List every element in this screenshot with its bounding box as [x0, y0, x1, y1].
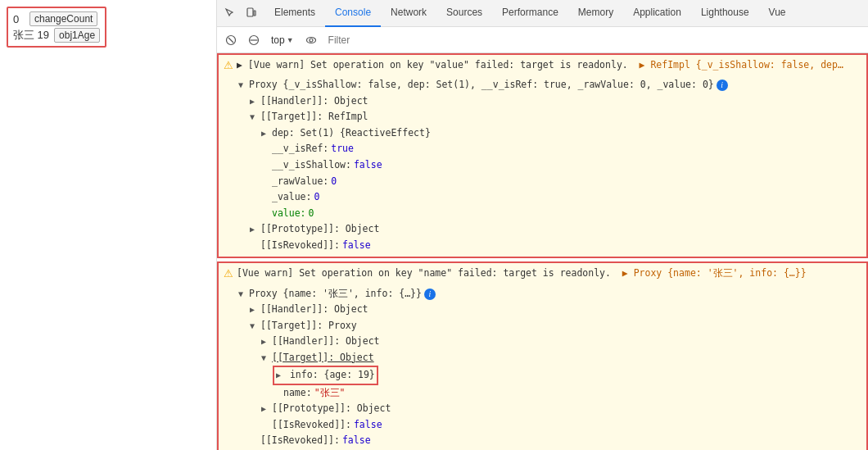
proxy2-label: Proxy {name: '张三', info: {…}}	[249, 286, 422, 302]
device-icon[interactable]	[242, 3, 261, 23]
tree-isshallow-row: __v_isShallow: false	[238, 157, 866, 174]
info-highlight-box: info: {age: 19}	[273, 366, 378, 385]
tree2-isrev2-row: [[IsRevoked]]: false	[238, 433, 866, 449]
handler2-key: [[Handler]]: Object	[260, 302, 368, 318]
expand2-proxy[interactable]	[238, 287, 246, 301]
tree-target-row: [[Target]]: RefImpl	[238, 109, 866, 125]
warn1-tree: Proxy {_v_isShallow: false, dep: Set(1),…	[219, 75, 866, 257]
count-display: 0	[13, 13, 25, 25]
warn-text-2: [Vue warn] Set operation on key "name" f…	[237, 266, 807, 280]
name-display: 张三 19	[13, 28, 49, 43]
count-row: 0 changeCount	[13, 11, 100, 26]
proto2-key: [[Prototype]]: Object	[272, 401, 391, 417]
expand2-handler2[interactable]	[261, 334, 269, 348]
isrev2a-key: [[IsRevoked]]:	[272, 417, 351, 434]
devtools-panel: Elements Console Network Sources Perform…	[217, 0, 868, 450]
target-key: [[Target]]: RefImpl	[260, 109, 368, 125]
tree2-target1-row: [[Target]]: Proxy	[238, 318, 866, 334]
proto1-key: [[Prototype]]: Object	[260, 221, 379, 238]
tab-memory[interactable]: Memory	[568, 0, 623, 27]
clear-console-icon[interactable]	[222, 31, 240, 49]
expand-proto1[interactable]	[250, 222, 258, 236]
obj1age-button[interactable]: obj1Age	[54, 28, 100, 43]
warn-block-2: ⚠ [Vue warn] Set operation on key "name"…	[217, 261, 868, 450]
warn-header-2: ⚠ [Vue warn] Set operation on key "name"…	[219, 263, 866, 284]
tab-vue[interactable]: Vue	[759, 0, 796, 27]
isref-key: __v_isRef:	[272, 141, 328, 157]
valuep-val: 0	[314, 189, 319, 206]
tree2-info-row: info: {age: 19}	[238, 366, 866, 385]
tree-proto1-row: [[Prototype]]: Object	[238, 221, 866, 238]
expand2-info[interactable]	[276, 368, 284, 382]
name2-key: name:	[283, 385, 312, 402]
info-icon-2[interactable]: i	[424, 289, 436, 300]
tab-console[interactable]: Console	[325, 0, 381, 27]
info-key: info: {age: 19}	[290, 369, 375, 380]
eye-icon[interactable]	[302, 31, 320, 49]
tree2-handler1-row: [[Handler]]: Object	[238, 302, 866, 318]
expand-target[interactable]	[250, 110, 258, 124]
isref-val: true	[331, 141, 354, 157]
name-row: 张三 19 obj1Age	[13, 28, 100, 43]
warn-icon-1: ⚠	[224, 59, 233, 71]
tree-dep-row: dep: Set(1) {ReactiveEffect}	[238, 125, 866, 142]
console-toolbar: top ▼	[217, 27, 868, 53]
value-val: 0	[309, 206, 314, 222]
proxy-label: Proxy {_v_isShallow: false, dep: Set(1),…	[249, 77, 714, 93]
context-selector[interactable]: top ▼	[268, 33, 297, 48]
tree-rawvalue-row: _rawValue: 0	[238, 174, 866, 190]
isrev2a-val: false	[354, 417, 382, 434]
warn2-tree: Proxy {name: '张三', info: {…}} i [[Handle…	[219, 284, 866, 450]
tree-isrev1-row: [[IsRevoked]]: false	[238, 238, 866, 254]
tab-performance[interactable]: Performance	[492, 0, 568, 27]
tree2-name-row: name: "张三"	[238, 385, 866, 402]
change-count-button[interactable]: changeCount	[29, 11, 97, 26]
block-icon[interactable]	[245, 31, 263, 49]
context-dropdown-arrow: ▼	[287, 36, 294, 44]
tab-sources[interactable]: Sources	[436, 0, 492, 27]
value-key: value:	[272, 206, 306, 222]
expand2-handler1[interactable]	[250, 302, 258, 316]
name2-val: "张三"	[314, 385, 346, 402]
tab-network[interactable]: Network	[381, 0, 436, 27]
devtools-tab-bar: Elements Console Network Sources Perform…	[217, 0, 868, 27]
tree-valuep-row: _value: 0	[238, 189, 866, 206]
inspect-icon[interactable]	[220, 3, 240, 23]
handler-key: [[Handler]]: Object	[260, 93, 368, 110]
svg-point-7	[310, 39, 313, 42]
context-label: top	[271, 34, 285, 46]
tree-isref-row: __v_isRef: true	[238, 141, 866, 157]
tab-elements[interactable]: Elements	[264, 0, 325, 27]
tree2-isrev1-row: [[IsRevoked]]: false	[238, 417, 866, 434]
expand-dep[interactable]	[261, 126, 269, 140]
svg-line-3	[228, 38, 233, 43]
target2-key: [[Target]]: Proxy	[260, 318, 357, 334]
target2b-key: [[Target]]: Object	[272, 350, 374, 366]
warn-icon-2: ⚠	[224, 267, 233, 280]
tab-lighthouse[interactable]: Lighthouse	[691, 0, 759, 27]
console-output[interactable]: ⚠ ▶ [Vue warn] Set operation on key "val…	[217, 53, 868, 450]
svg-rect-1	[254, 11, 255, 16]
tree2-target2-row: [[Target]]: Object	[238, 350, 866, 366]
info-icon-1[interactable]: i	[717, 80, 728, 91]
svg-rect-0	[247, 8, 253, 16]
tab-application[interactable]: Application	[623, 0, 691, 27]
tree2-handler2-row: [[Handler]]: Object	[238, 334, 866, 350]
expand-handler[interactable]	[250, 94, 258, 108]
app-box: 0 changeCount 张三 19 obj1Age	[7, 7, 106, 48]
expand2-target2[interactable]	[261, 351, 269, 365]
filter-input[interactable]	[325, 33, 863, 48]
isrev1-val: false	[342, 238, 371, 254]
expand-proxy[interactable]	[238, 78, 246, 92]
isshallow-val: false	[354, 157, 382, 174]
dep-key: dep: Set(1) {ReactiveEffect}	[272, 125, 431, 142]
left-panel: 0 changeCount 张三 19 obj1Age	[0, 0, 217, 450]
expand2-proto2[interactable]	[261, 402, 269, 416]
expand2-target1[interactable]	[250, 319, 258, 333]
valuep-key: _value:	[272, 189, 311, 206]
tree-handler-row: [[Handler]]: Object	[238, 93, 866, 110]
tree2-proto2-row: [[Prototype]]: Object	[238, 401, 866, 417]
isrev2b-key: [[IsRevoked]]:	[260, 433, 340, 449]
handler2b-key: [[Handler]]: Object	[272, 334, 380, 350]
tree2-proxy-row: Proxy {name: '张三', info: {…}} i	[238, 286, 866, 302]
